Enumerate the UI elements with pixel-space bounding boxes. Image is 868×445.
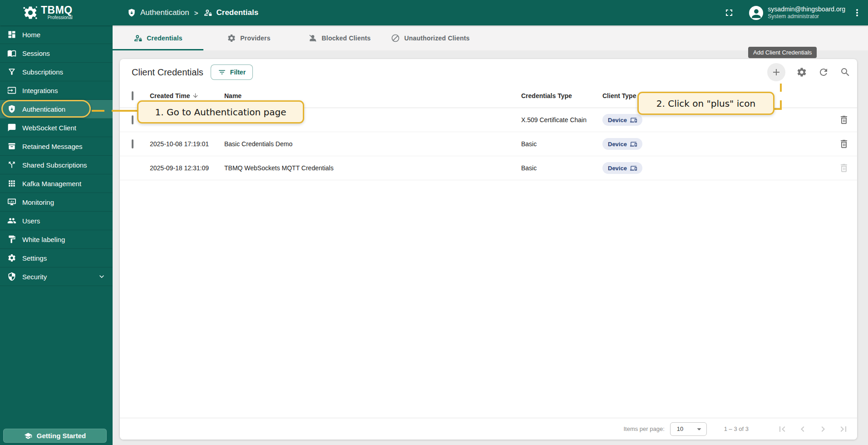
table-row[interactable]: 2025-09-18 12:31:09 TBMQ WebSockets MQTT… <box>120 156 857 180</box>
client-type-label: Device <box>608 165 627 172</box>
row-checkbox[interactable] <box>132 139 133 148</box>
tbmq-logo-icon <box>23 5 38 20</box>
delete-button[interactable] <box>838 163 849 173</box>
items-per-page-label: Items per page: <box>623 425 664 432</box>
client-type-chip: Device <box>602 162 642 174</box>
sidebar-item[interactable]: Settings <box>0 249 113 267</box>
tab[interactable]: Blocked Clients <box>294 25 385 50</box>
devices-icon <box>630 117 637 124</box>
sidebar-item[interactable]: Monitoring <box>0 193 113 212</box>
filter-icon <box>218 68 226 76</box>
callout1-connector-b <box>112 110 137 112</box>
gear-icon <box>796 67 807 78</box>
app-root: TBMQ Professional Authentication > Crede… <box>0 0 868 445</box>
tab-label: Credentials <box>147 35 182 42</box>
sidebar-item-label: Sessions <box>22 49 50 57</box>
sidebar-item-icon <box>7 142 16 151</box>
sidebar-item-icon <box>7 253 16 262</box>
column-header-created-time[interactable]: Created Time <box>150 92 224 99</box>
sidebar-item[interactable]: Integrations <box>0 81 113 100</box>
cell-name: Basic Credentials Demo <box>224 140 521 148</box>
select-all-checkbox[interactable] <box>132 91 133 100</box>
sidebar-item-icon <box>7 123 16 132</box>
cell-credentials-type: Basic <box>521 140 602 148</box>
sidebar-item[interactable]: Security <box>0 267 113 286</box>
chevron-down-icon <box>97 272 106 281</box>
page-range: 1 – 3 of 3 <box>724 425 749 432</box>
tab[interactable]: Credentials <box>113 25 203 50</box>
sidebar-item-icon <box>7 179 16 188</box>
avatar[interactable] <box>749 6 763 20</box>
sidebar-item[interactable]: Retained Messages <box>0 137 113 156</box>
sidebar-item[interactable]: Home <box>0 25 113 44</box>
filter-button-label: Filter <box>230 69 246 76</box>
previous-page-button <box>797 424 808 435</box>
sidebar-item-label: WebSocket Client <box>22 124 76 132</box>
tab-label: Blocked Clients <box>321 35 370 42</box>
sidebar-item-label: Kafka Management <box>22 180 81 188</box>
tab-icon <box>133 34 143 43</box>
breadcrumb-item-credentials[interactable]: Credentials <box>203 8 259 17</box>
breadcrumb-item-authentication[interactable]: Authentication <box>127 8 189 17</box>
getting-started-label: Getting Started <box>37 432 86 440</box>
tab[interactable]: Providers <box>203 25 294 50</box>
client-type-chip: Device <box>602 138 642 150</box>
school-icon <box>24 432 32 440</box>
search-button[interactable] <box>840 67 851 78</box>
last-page-button <box>838 424 849 435</box>
column-header-name[interactable]: Name <box>224 92 521 99</box>
sidebar-item[interactable]: Kafka Management <box>0 174 113 193</box>
topbar-right: sysadmin@thingsboard.org System administ… <box>724 0 863 25</box>
filter-button[interactable]: Filter <box>211 64 253 80</box>
breadcrumb-current-label: Credentials <box>217 8 259 17</box>
getting-started-button[interactable]: Getting Started <box>3 429 107 443</box>
sidebar-item-icon <box>7 67 16 76</box>
devices-icon <box>630 141 637 148</box>
tutorial-step-2: 2. Click on "plus" icon <box>637 92 774 115</box>
sidebar-item-icon <box>7 272 16 281</box>
cell-created-time: 2025-09-18 12:31:09 <box>150 164 224 172</box>
tutorial-step-1: 1. Go to Authentication page <box>137 100 304 124</box>
sidebar-item-icon <box>7 86 16 95</box>
sidebar-item[interactable]: Sessions <box>0 44 113 63</box>
sidebar-item[interactable]: Users <box>0 212 113 230</box>
sidebar-item-icon <box>7 198 16 207</box>
toolbar-actions <box>767 63 851 81</box>
trash-icon <box>838 138 849 149</box>
column-header-credentials-type[interactable]: Credentials Type <box>521 92 602 99</box>
row-checkbox[interactable] <box>132 115 133 124</box>
sidebar-item-label: Shared Subscriptions <box>22 161 87 169</box>
callout2-connector-v1 <box>780 84 782 92</box>
sidebar-item-label: White labeling <box>22 236 65 243</box>
sidebar-item[interactable]: White labeling <box>0 230 113 249</box>
sidebar-item-label: Users <box>22 217 40 225</box>
table-settings-button[interactable] <box>796 67 807 78</box>
fullscreen-icon <box>724 7 735 18</box>
delete-button[interactable] <box>838 114 849 125</box>
sidebar-item-label: Home <box>22 31 40 39</box>
plus-icon <box>771 67 782 78</box>
page-size-value: 10 <box>677 425 683 432</box>
more-menu-button[interactable] <box>852 7 863 18</box>
page-size-select[interactable]: 10 <box>670 422 707 436</box>
shield-lock-icon <box>127 8 136 17</box>
cell-credentials-type: X.509 Certificate Chain <box>521 116 602 124</box>
paginator: Items per page: 10 1 – 3 of 3 <box>120 418 857 440</box>
sidebar-item-label: Subscriptions <box>22 68 63 76</box>
sidebar-item[interactable]: Subscriptions <box>0 63 113 81</box>
tab[interactable]: Unauthorized Clients <box>385 25 476 50</box>
user-role: System administrator <box>768 13 845 20</box>
sidebar-item-icon <box>7 216 16 225</box>
table-row[interactable]: 2025-10-08 17:19:01 Basic Credentials De… <box>120 132 857 156</box>
sidebar-item[interactable]: WebSocket Client <box>0 119 113 137</box>
sidebar-item-label: Retained Messages <box>22 143 83 150</box>
delete-button[interactable] <box>838 138 849 149</box>
cell-created-time: 2025-10-08 17:19:01 <box>150 140 224 148</box>
fullscreen-button[interactable] <box>724 7 735 18</box>
sidebar-item-label: Settings <box>22 254 47 262</box>
add-credentials-button[interactable] <box>767 63 785 81</box>
refresh-button[interactable] <box>818 67 829 78</box>
app-logo[interactable]: TBMQ Professional <box>23 4 73 20</box>
breadcrumb: Authentication > Credentials <box>127 0 258 25</box>
sidebar-item[interactable]: Shared Subscriptions <box>0 156 113 174</box>
